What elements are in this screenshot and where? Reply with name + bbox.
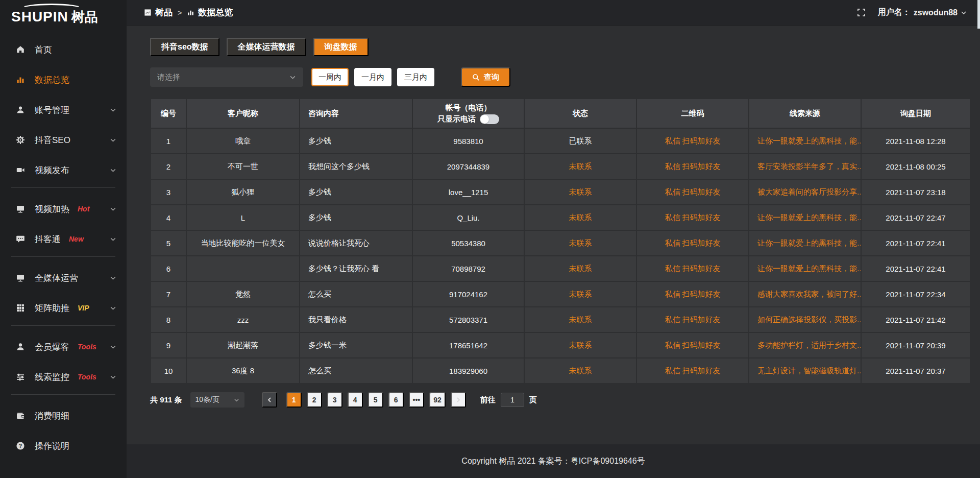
sidebar-item-douyin-seo[interactable]: 抖音SEO <box>0 127 127 153</box>
data-tabs: 抖音seo数据全媒体运营数据询盘数据 <box>150 38 971 56</box>
sidebar-item-label: 线索监控 <box>35 371 69 383</box>
cell-id: 6 <box>151 256 186 281</box>
cell-id: 1 <box>151 128 186 154</box>
sidebar-item-matrix-boost[interactable]: 矩阵助推VIP <box>0 295 127 321</box>
cell-qrcode-links[interactable]: 私信 扫码加好友 <box>636 281 749 307</box>
sidebar-item-label: 账号管理 <box>35 104 69 116</box>
cell-status: 未联系 <box>524 358 636 384</box>
cell-nickname: 潮起潮落 <box>186 332 300 358</box>
gear-icon <box>14 135 27 145</box>
cell-content: 多少钱 <box>300 179 412 205</box>
cell-account: 572803371 <box>412 307 524 332</box>
question-icon: ? <box>14 441 27 450</box>
tab-douyin-seo-data[interactable]: 抖音seo数据 <box>150 38 219 56</box>
sidebar-item-video-publish[interactable]: 视频发布 <box>0 157 127 183</box>
sidebar-item-label: 操作说明 <box>35 440 69 452</box>
sidebar-item-data-overview[interactable]: 数据总览 <box>0 67 127 92</box>
page-button-1[interactable]: 1 <box>286 392 302 408</box>
sidebar-item-home[interactable]: 首页 <box>0 37 127 62</box>
cell-id: 5 <box>151 230 186 256</box>
fullscreen-icon[interactable] <box>857 8 866 17</box>
cell-qrcode-links[interactable]: 私信 扫码加好友 <box>636 179 749 205</box>
sidebar-item-douketong[interactable]: 抖客通New <box>0 226 127 252</box>
chevron-down-icon <box>289 74 296 81</box>
cell-source-link[interactable]: 客厅安装投影半年多了，真实... <box>749 154 861 179</box>
cell-content: 多少钱 <box>300 205 412 230</box>
cell-qrcode-links[interactable]: 私信 扫码加好友 <box>636 230 749 256</box>
page-ellipsis[interactable]: ••• <box>409 392 425 408</box>
sidebar-item-consumption-detail[interactable]: 消费明细 <box>0 403 127 428</box>
sidebar-item-badge: Hot <box>78 205 89 213</box>
phone-only-label: 只显示电话 <box>437 113 476 125</box>
cell-source-link[interactable]: 如何正确选择投影仪，买投影... <box>749 307 861 332</box>
cell-source-link[interactable]: 让你一眼就爱上的黑科技，能... <box>749 128 861 154</box>
search-button-label: 查询 <box>484 73 499 82</box>
chevron-down-icon <box>110 236 116 243</box>
cell-account: love__1215 <box>412 179 524 205</box>
goto-page-input[interactable] <box>501 393 524 407</box>
search-button[interactable]: 查询 <box>461 67 510 87</box>
range-button-one-week[interactable]: 一周内 <box>311 68 349 86</box>
cell-content: 多少钱？让我死心 看 <box>300 256 412 281</box>
cell-qrcode-links[interactable]: 私信 扫码加好友 <box>636 128 749 154</box>
cell-qrcode-links[interactable]: 私信 扫码加好友 <box>636 154 749 179</box>
page-button-4[interactable]: 4 <box>348 392 363 408</box>
page-button-6[interactable]: 6 <box>388 392 404 408</box>
tab-media-operation-data[interactable]: 全媒体运营数据 <box>227 38 306 56</box>
bar-chart-icon <box>187 9 194 16</box>
sidebar: SHUPIN 树品 首页数据总览账号管理抖音SEO视频发布视频加热Hot抖客通N… <box>0 0 127 478</box>
breadcrumb-item-data-overview[interactable]: 数据总览 <box>187 7 233 18</box>
filter-select[interactable]: 请选择 <box>150 67 303 87</box>
search-icon <box>472 74 480 81</box>
cell-status: 未联系 <box>524 332 636 358</box>
sidebar-item-member-burst[interactable]: 会员爆客Tools <box>0 334 127 360</box>
cell-source-link[interactable]: 多功能护栏灯，适用于乡村文... <box>749 332 861 358</box>
table-body: 1哦章多少钱9583810已联系私信 扫码加好友让你一眼就爱上的黑科技，能...… <box>151 128 970 384</box>
range-button-one-month[interactable]: 一月内 <box>354 68 391 86</box>
sidebar-item-media-operation[interactable]: 全媒体运营 <box>0 265 127 291</box>
sidebar-item-video-heat[interactable]: 视频加热Hot <box>0 196 127 222</box>
chevron-right-icon <box>455 397 461 403</box>
cell-date: 2021-11-07 22:41 <box>861 256 970 281</box>
cell-qrcode-links[interactable]: 私信 扫码加好友 <box>636 307 749 332</box>
cell-source-link[interactable]: 被大家追着问的客厅投影分享... <box>749 179 861 205</box>
user-menu[interactable]: 用户名： zswodun88 <box>878 7 967 18</box>
breadcrumb-item-brand[interactable]: 树品 <box>144 7 173 18</box>
range-buttons: 一周内一月内三月内 <box>311 68 434 86</box>
range-button-three-months[interactable]: 三月内 <box>397 68 434 86</box>
phone-only-toggle[interactable] <box>480 114 499 124</box>
cell-date: 2021-11-07 22:47 <box>861 205 970 230</box>
cell-qrcode-links[interactable]: 私信 扫码加好友 <box>636 332 749 358</box>
cell-source-link[interactable]: 无主灯设计，智能磁吸轨道灯... <box>749 358 861 384</box>
cell-account: 183929060 <box>412 358 524 384</box>
chat-icon <box>14 234 27 244</box>
page-button-5[interactable]: 5 <box>368 392 383 408</box>
cell-qrcode-links[interactable]: 私信 扫码加好友 <box>636 205 749 230</box>
cell-qrcode-links[interactable]: 私信 扫码加好友 <box>636 358 749 384</box>
breadcrumb-label: 树品 <box>155 7 173 18</box>
cell-date: 2021-11-07 20:37 <box>861 358 970 384</box>
scrollbar-thumb[interactable] <box>977 0 980 29</box>
sidebar-item-label: 会员爆客 <box>35 341 69 353</box>
per-page-select[interactable]: 10条/页 <box>190 392 244 408</box>
page-button-92[interactable]: 92 <box>429 392 446 408</box>
cell-source-link[interactable]: 让你一眼就爱上的黑科技，能... <box>749 205 861 230</box>
prev-page-button[interactable] <box>262 392 277 408</box>
cell-qrcode-links[interactable]: 私信 扫码加好友 <box>636 256 749 281</box>
sidebar-item-account-management[interactable]: 账号管理 <box>0 97 127 123</box>
cell-source-link[interactable]: 感谢大家喜欢我家，被问了好... <box>749 281 861 307</box>
col-header-content: 咨询内容 <box>300 99 412 128</box>
table-row: 4L多少钱Q_Liu.未联系私信 扫码加好友让你一眼就爱上的黑科技，能...20… <box>151 205 970 230</box>
cell-nickname: zzz <box>186 307 300 332</box>
page-button-2[interactable]: 2 <box>307 392 322 408</box>
sidebar-item-operation-guide[interactable]: ?操作说明 <box>0 433 127 459</box>
tab-inquiry-data[interactable]: 询盘数据 <box>313 38 369 56</box>
sidebar-item-badge: Tools <box>78 343 96 351</box>
cell-source-link[interactable]: 让你一眼就爱上的黑科技，能... <box>749 256 861 281</box>
next-page-button[interactable] <box>451 392 466 408</box>
cell-source-link[interactable]: 让你一眼就爱上的黑科技，能... <box>749 230 861 256</box>
cell-date: 2021-11-08 12:28 <box>861 128 970 154</box>
page-button-3[interactable]: 3 <box>327 392 342 408</box>
page-scrollbar[interactable] <box>977 0 980 478</box>
sidebar-item-clue-monitor[interactable]: 线索监控Tools <box>0 364 127 390</box>
